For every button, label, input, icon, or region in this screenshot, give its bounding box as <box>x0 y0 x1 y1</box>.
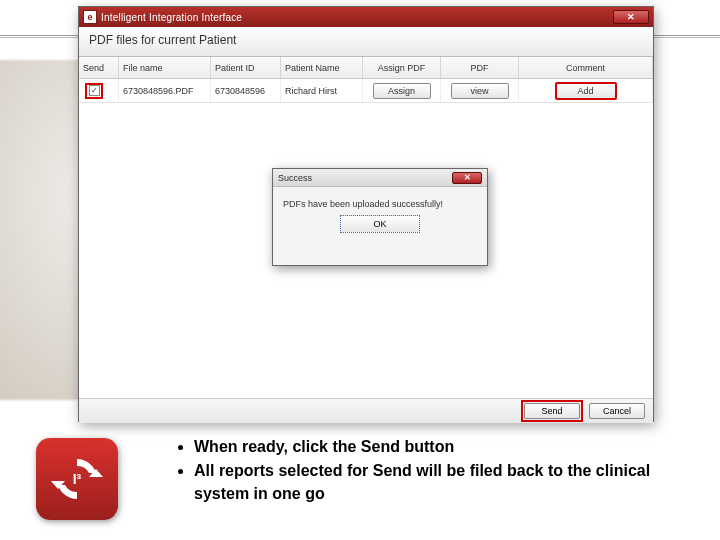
success-dialog: Success ✕ PDFs have been uploaded succes… <box>272 168 488 266</box>
add-comment-button[interactable]: Add <box>555 82 617 100</box>
bullet-item: When ready, click the Send button <box>194 436 676 458</box>
ok-button[interactable]: OK <box>340 215 420 233</box>
dialog-close-button[interactable]: ✕ <box>452 172 482 184</box>
cell-patient-id: 6730848596 <box>211 79 281 102</box>
col-comment: Comment <box>519 57 653 78</box>
window-footer: Send Cancel <box>79 399 653 423</box>
view-button[interactable]: view <box>451 83 509 99</box>
col-pdf: PDF <box>441 57 519 78</box>
table-header: Send File name Patient ID Patient Name A… <box>79 57 653 79</box>
send-button-highlight: Send <box>521 400 583 422</box>
cell-patient-name: Richard Hirst <box>281 79 363 102</box>
app-logo: I³ <box>36 438 118 520</box>
window-close-button[interactable]: ✕ <box>613 10 649 24</box>
col-patient-name: Patient Name <box>281 57 363 78</box>
col-send: Send <box>79 57 119 78</box>
send-checkbox-highlight: ✓ <box>85 83 103 99</box>
col-file: File name <box>119 57 211 78</box>
send-button[interactable]: Send <box>524 403 580 419</box>
logo-text: I³ <box>73 471 82 487</box>
table-row: ✓ 6730848596.PDF 6730848596 Richard Hirs… <box>79 79 653 103</box>
dialog-title: Success <box>278 173 452 183</box>
assign-button[interactable]: Assign <box>373 83 431 99</box>
window-title: Intelligent Integration Interface <box>101 12 613 23</box>
titlebar: e Intelligent Integration Interface ✕ <box>79 7 653 27</box>
bullet-item: All reports selected for Send will be fi… <box>194 460 676 505</box>
instruction-list: When ready, click the Send button All re… <box>176 436 676 507</box>
refresh-icon: I³ <box>49 451 105 507</box>
page-title: PDF files for current Patient <box>79 27 653 57</box>
dialog-message: PDFs have been uploaded successfully! <box>273 187 487 215</box>
send-checkbox[interactable]: ✓ <box>89 85 100 96</box>
cancel-button[interactable]: Cancel <box>589 403 645 419</box>
app-icon: e <box>83 10 97 24</box>
col-assign: Assign PDF <box>363 57 441 78</box>
cell-file: 6730848596.PDF <box>119 79 211 102</box>
col-patient-id: Patient ID <box>211 57 281 78</box>
dialog-titlebar: Success ✕ <box>273 169 487 187</box>
